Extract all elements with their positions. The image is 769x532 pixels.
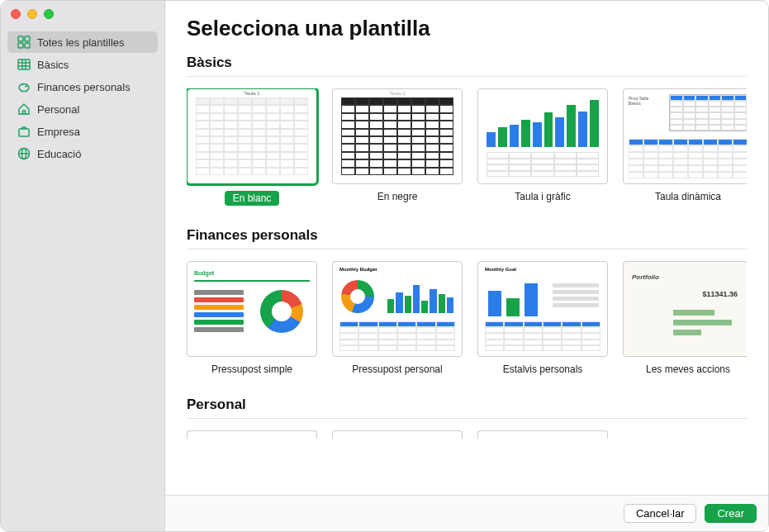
svg-point-10 [26, 86, 26, 87]
template-label: Taula i gràfic [515, 191, 570, 202]
briefcase-icon [17, 125, 31, 138]
footer: Cancel·lar Crear [165, 495, 768, 531]
template-label: En negre [377, 191, 418, 202]
svg-rect-3 [25, 43, 30, 48]
thumb-caption: Pivot Table Basics [629, 96, 662, 106]
template-thumbnail[interactable]: Taula 1 [187, 88, 317, 184]
template-my-stocks[interactable]: Portfolio $11341.36 Les meves accions [623, 261, 747, 375]
content-area: Totes les plantilles Bàsics Finances per… [1, 1, 768, 531]
template-row-finance: Budget Pressupost simple Monthly Budget [187, 261, 747, 383]
globe-icon [17, 147, 31, 160]
thumb-caption: Taula 1 [333, 91, 462, 96]
template-label: Les meves accions [646, 363, 730, 375]
section-heading-basics: Bàsics [187, 55, 747, 71]
maximize-window-button[interactable] [44, 9, 54, 19]
template-thumbnail[interactable]: Budget [187, 261, 317, 357]
template-label: Estalvis personals [503, 363, 583, 375]
template-scroll-area[interactable]: Selecciona una plantilla Bàsics Taula 1 [165, 1, 768, 495]
template-chooser-window: Totes les plantilles Bàsics Finances per… [0, 0, 769, 532]
svg-point-9 [19, 84, 29, 92]
sidebar-item-personal[interactable]: Personal [7, 98, 158, 120]
create-button[interactable]: Crear [705, 504, 757, 523]
house-icon [17, 102, 31, 116]
template-table-chart[interactable]: Taula i gràfic [477, 88, 608, 206]
cancel-button[interactable]: Cancel·lar [624, 504, 697, 523]
template-label: En blanc [225, 191, 280, 206]
sidebar-item-education[interactable]: Educació [7, 143, 158, 164]
sidebar: Totes les plantilles Bàsics Finances per… [1, 1, 165, 531]
window-controls [11, 9, 54, 19]
template-thumbnail[interactable]: Pivot Table Basics [623, 88, 747, 184]
svg-rect-2 [18, 43, 23, 48]
template-black[interactable]: Taula 1 En negre [332, 88, 463, 206]
svg-rect-14 [19, 129, 29, 136]
piggy-bank-icon [17, 80, 31, 93]
template-thumbnail[interactable] [477, 430, 608, 439]
sidebar-item-label: Educació [37, 148, 81, 160]
sidebar-item-personal-finance[interactable]: Finances personals [7, 76, 158, 97]
sidebar-item-label: Totes les plantilles [37, 36, 125, 49]
svg-rect-13 [23, 111, 26, 114]
template-personal-budget[interactable]: Monthly Budget Pressupost personal [332, 261, 463, 375]
svg-rect-0 [18, 36, 23, 41]
minimize-window-button[interactable] [27, 9, 37, 19]
thumb-caption: Budget [194, 270, 214, 276]
template-simple-budget[interactable]: Budget Pressupost simple [187, 261, 317, 375]
sidebar-item-all-templates[interactable]: Totes les plantilles [7, 31, 158, 53]
template-thumbnail[interactable]: Monthly Budget [332, 261, 463, 357]
template-thumbnail[interactable] [187, 430, 317, 439]
svg-rect-1 [25, 36, 30, 41]
close-window-button[interactable] [11, 9, 21, 19]
template-label: Pressupost simple [211, 363, 292, 375]
sidebar-item-label: Personal [37, 103, 79, 116]
template-pivot-table[interactable]: Pivot Table Basics Taula dinàmica [623, 88, 747, 206]
spreadsheet-icon [17, 58, 31, 71]
template-row-personal [187, 430, 747, 447]
sidebar-item-label: Empresa [37, 126, 80, 138]
template-thumbnail[interactable] [332, 430, 463, 439]
sidebar-item-basics[interactable]: Bàsics [7, 54, 158, 75]
section-divider [187, 76, 747, 77]
thumb-caption: Portfolio [632, 273, 659, 281]
template-personal-savings[interactable]: Monthly Goal Estalvis personals [477, 261, 608, 375]
template-blank[interactable]: Taula 1 En blanc [187, 88, 317, 206]
sidebar-item-label: Finances personals [37, 81, 131, 93]
thumb-value: $11341.36 [702, 290, 738, 298]
section-heading-personal: Personal [187, 397, 747, 413]
template-row-basics: Taula 1 En blanc [187, 88, 747, 214]
page-title: Selecciona una plantilla [187, 16, 747, 41]
template-thumbnail[interactable]: Taula 1 [332, 88, 463, 184]
template-thumbnail[interactable] [477, 88, 608, 184]
thumb-caption: Monthly Goal [485, 267, 516, 272]
template-thumbnail[interactable]: Monthly Goal [477, 261, 608, 357]
template-label: Taula dinàmica [655, 191, 721, 202]
svg-rect-4 [18, 59, 30, 69]
main: Selecciona una plantilla Bàsics Taula 1 [165, 1, 768, 531]
section-divider [187, 418, 747, 419]
template-thumbnail[interactable]: Portfolio $11341.36 [623, 261, 747, 357]
template-partial[interactable] [332, 430, 463, 439]
sidebar-item-label: Bàsics [37, 59, 69, 71]
section-heading-finance: Finances personals [187, 227, 747, 244]
sidebar-item-business[interactable]: Empresa [7, 121, 158, 142]
template-label: Pressupost personal [352, 363, 442, 375]
thumb-caption: Taula 1 [188, 91, 316, 96]
template-partial[interactable] [187, 430, 317, 439]
section-divider [187, 249, 747, 249]
template-partial[interactable] [477, 430, 608, 439]
templates-grid-icon [17, 36, 31, 49]
thumb-caption: Monthly Budget [339, 267, 377, 272]
